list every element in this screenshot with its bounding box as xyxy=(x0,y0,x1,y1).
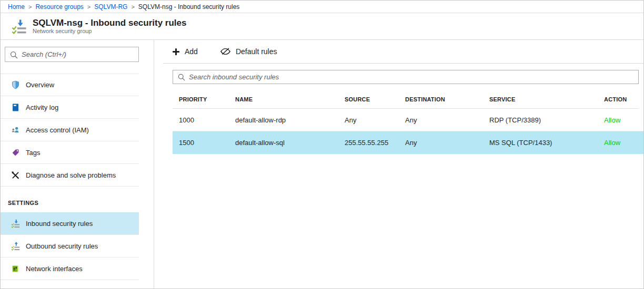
table-header-row: PRIORITY NAME SOURCE DESTINATION SERVICE… xyxy=(173,90,639,109)
sidebar-search-box xyxy=(5,47,139,62)
sidebar-item-label: Tags xyxy=(26,149,40,157)
add-button-label: Add xyxy=(185,47,198,56)
sidebar-item-label: Outbound security rules xyxy=(26,242,98,250)
cell-source: Any xyxy=(345,116,405,124)
book-icon xyxy=(11,103,20,112)
breadcrumb: Home > Resource groups > SQLVM-RG > SQLV… xyxy=(1,1,643,13)
inbound-rules-icon xyxy=(11,219,20,228)
column-header-name: NAME xyxy=(235,96,345,102)
sidebar-item-diagnose[interactable]: Diagnose and solve problems xyxy=(1,164,139,187)
cell-destination: Any xyxy=(405,116,489,124)
sidebar-item-activity-log[interactable]: Activity log xyxy=(1,96,139,119)
tools-icon xyxy=(11,171,20,180)
azure-portal-window: Home > Resource groups > SQLVM-RG > SQLV… xyxy=(0,0,644,289)
outbound-rules-icon xyxy=(11,242,20,251)
sidebar-item-access-control[interactable]: Access control (IAM) xyxy=(1,119,139,141)
rules-search-box xyxy=(173,70,639,84)
page-subtitle: Network security group xyxy=(33,28,187,35)
toolbar: Add Default rules xyxy=(163,40,643,64)
cell-service: RDP (TCP/3389) xyxy=(489,116,604,124)
column-header-destination: DESTINATION xyxy=(405,96,489,102)
settings-section-header: SETTINGS xyxy=(8,200,154,206)
column-header-action: ACTION xyxy=(604,96,639,102)
sidebar-item-label: Diagnose and solve problems xyxy=(26,171,116,179)
table-row-default-allow-sql[interactable]: 1500 default-allow-sql 255.55.55.255 Any… xyxy=(173,131,643,154)
default-rules-button[interactable]: Default rules xyxy=(219,45,278,58)
cell-name: default-allow-rdp xyxy=(235,116,345,124)
cell-priority: 1000 xyxy=(179,116,235,124)
breadcrumb-separator: > xyxy=(28,4,32,10)
sidebar-item-inbound-security-rules[interactable]: Inbound security rules xyxy=(1,212,139,235)
breadcrumb-current: SQLVM-nsg - Inbound security rules xyxy=(138,3,240,11)
people-icon xyxy=(11,126,20,135)
sidebar-item-overview[interactable]: Overview xyxy=(1,74,139,96)
search-icon xyxy=(177,73,185,81)
search-icon xyxy=(9,50,18,59)
default-rules-button-label: Default rules xyxy=(236,47,277,56)
sidebar-item-network-interfaces[interactable]: Network interfaces xyxy=(1,257,139,280)
column-header-source: SOURCE xyxy=(345,96,405,102)
cell-action: Allow xyxy=(604,116,643,124)
sidebar-item-label: Access control (IAM) xyxy=(26,126,89,134)
network-interface-icon xyxy=(11,264,20,273)
main-content: Add Default rules PRIORITY NAME SOURCE D… xyxy=(154,40,643,288)
cell-service: MS SQL (TCP/1433) xyxy=(489,139,604,147)
cell-priority: 1500 xyxy=(179,139,235,147)
plus-icon xyxy=(172,48,180,56)
breadcrumb-separator: > xyxy=(87,4,90,10)
cell-destination: Any xyxy=(405,139,489,147)
cell-action: Allow xyxy=(604,139,643,147)
breadcrumb-link-sqlvm-rg[interactable]: SQLVM-RG xyxy=(94,3,127,11)
sidebar-nav: Overview Activity log Access control (IA… xyxy=(1,74,139,187)
breadcrumb-separator: > xyxy=(131,4,134,10)
sidebar-item-tags[interactable]: Tags xyxy=(1,141,139,164)
sidebar-item-label: Overview xyxy=(26,81,54,89)
inbound-rules-icon xyxy=(12,19,27,34)
sidebar-item-label: Activity log xyxy=(26,104,58,111)
rules-table: PRIORITY NAME SOURCE DESTINATION SERVICE… xyxy=(154,90,643,154)
table-row-default-allow-rdp[interactable]: 1000 default-allow-rdp Any Any RDP (TCP/… xyxy=(173,109,643,131)
sidebar-search-input[interactable] xyxy=(22,50,138,58)
breadcrumb-link-home[interactable]: Home xyxy=(8,3,25,11)
sidebar-settings-nav: Inbound security rules Outbound security… xyxy=(1,212,139,280)
sidebar: Overview Activity log Access control (IA… xyxy=(1,40,154,288)
eye-slash-icon xyxy=(220,47,231,56)
page-header: SQLVM-nsg - Inbound security rules Netwo… xyxy=(1,13,643,40)
page-title: SQLVM-nsg - Inbound security rules xyxy=(33,18,187,28)
add-button[interactable]: Add xyxy=(171,45,199,58)
shield-icon xyxy=(11,80,20,89)
cell-name: default-allow-sql xyxy=(235,139,345,147)
column-header-priority: PRIORITY xyxy=(179,96,235,102)
rules-search-input[interactable] xyxy=(189,73,638,81)
sidebar-item-label: Network interfaces xyxy=(26,265,83,273)
column-header-service: SERVICE xyxy=(489,96,604,102)
sidebar-item-label: Inbound security rules xyxy=(26,220,93,228)
cell-source: 255.55.55.255 xyxy=(345,139,405,147)
sidebar-item-outbound-security-rules[interactable]: Outbound security rules xyxy=(1,235,139,257)
breadcrumb-link-resource-groups[interactable]: Resource groups xyxy=(35,3,83,11)
tag-icon xyxy=(11,148,20,157)
